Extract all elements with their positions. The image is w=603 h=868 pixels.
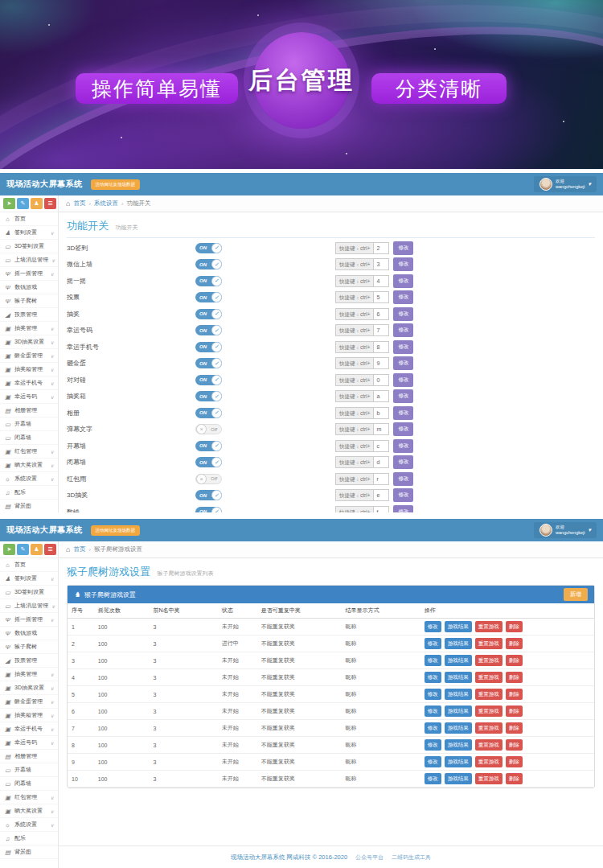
sidebar-item[interactable]: ▤ 相册管理 ∨ [0, 750, 58, 763]
shortcut-key-input[interactable] [374, 275, 389, 287]
modify-button[interactable]: 修改 [393, 356, 413, 370]
delete-button[interactable]: 删除 [506, 756, 523, 767]
sidebar-item[interactable]: ▣ 幸运号码 ∨ [0, 390, 58, 404]
modify-button[interactable]: 修改 [393, 422, 413, 436]
sidebar-item[interactable]: ▭ 上墙消息管理 ∨ [0, 253, 58, 267]
sidebar-item[interactable]: ▣ 幸运号码 ∨ [0, 736, 58, 750]
modify-button[interactable]: 修改 [393, 290, 413, 304]
reset-game-button[interactable]: 重置游戏 [475, 672, 503, 683]
game-result-button[interactable]: 游戏结果 [445, 621, 472, 632]
reset-game-button[interactable]: 重置游戏 [475, 621, 503, 632]
sidebar-item[interactable]: ▣ 红包管理 ∨ [0, 791, 58, 804]
modify-button[interactable]: 修改 [425, 739, 441, 751]
sidebar-item[interactable]: ☼ 系统设置 ∨ [0, 472, 58, 486]
modify-button[interactable]: 修改 [425, 621, 441, 632]
shortcut-key-input[interactable] [374, 407, 389, 419]
shortcut-key-input[interactable] [374, 341, 389, 353]
delete-button[interactable]: 删除 [506, 672, 523, 683]
user-menu[interactable]: 欢迎 wangchengkeji ▾ [534, 522, 597, 538]
sidebar-item[interactable]: Ψ 数钱游戏 ∨ [0, 281, 58, 294]
sidebar-item[interactable]: ▣ 抽奖管理 ∨ [0, 668, 58, 681]
sidebar-item[interactable]: ▭ 3D签到设置 ∨ [0, 586, 58, 599]
modify-button[interactable]: 修改 [393, 340, 413, 354]
shortcut-key-input[interactable] [374, 506, 389, 512]
modify-button[interactable]: 修改 [393, 323, 413, 337]
sidebar-item[interactable]: ◢ 投票管理 ∨ [0, 654, 58, 668]
breadcrumb-system-settings[interactable]: 系统设置 [94, 200, 118, 208]
modify-button[interactable]: 修改 [425, 722, 441, 734]
sidebar-item[interactable]: ♟ 签到设置 ∨ [0, 226, 58, 240]
reset-game-button[interactable]: 重置游戏 [475, 706, 503, 717]
sidebar-item[interactable]: ▣ 晒大奖设置 ∨ [0, 804, 58, 818]
toolbar-button[interactable]: ✎ [17, 198, 29, 209]
feature-toggle[interactable]: Off × [195, 474, 222, 484]
shortcut-key-input[interactable] [374, 489, 389, 501]
modify-button[interactable]: 修改 [393, 505, 413, 512]
delete-button[interactable]: 删除 [506, 689, 523, 700]
sidebar-item[interactable]: ▣ 幸运手机号 ∨ [0, 722, 58, 736]
feature-toggle[interactable]: ON ✓ [195, 259, 222, 269]
game-result-button[interactable]: 游戏结果 [445, 773, 472, 784]
sidebar-item[interactable]: ▤ 背景图 ∨ [0, 845, 58, 859]
add-button[interactable]: 新增 [564, 588, 588, 601]
modify-button[interactable]: 修改 [425, 756, 441, 767]
activity-data-button[interactable]: 活动网址及现场数据 [91, 179, 141, 190]
feature-toggle[interactable]: ON ✓ [195, 490, 222, 500]
modify-button[interactable]: 修改 [393, 488, 413, 502]
sidebar-item[interactable]: ☼ 系统设置 ∨ [0, 818, 58, 832]
reset-game-button[interactable]: 重置游戏 [475, 739, 503, 751]
game-result-button[interactable]: 游戏结果 [445, 739, 472, 751]
sidebar-item[interactable]: ⌂ 首页 ∨ [0, 558, 58, 572]
feature-toggle[interactable]: ON ✓ [195, 243, 222, 253]
game-result-button[interactable]: 游戏结果 [445, 756, 472, 767]
toolbar-button[interactable]: ☰ [44, 198, 56, 209]
shortcut-key-input[interactable] [374, 308, 389, 320]
modify-button[interactable]: 修改 [425, 638, 441, 649]
sidebar-item[interactable]: ▣ 砸金蛋管理 ∨ [0, 349, 58, 363]
reset-game-button[interactable]: 重置游戏 [475, 773, 503, 784]
sidebar-item[interactable]: ▭ 开幕墙 ∨ [0, 763, 58, 777]
delete-button[interactable]: 删除 [506, 722, 523, 734]
sidebar-item[interactable]: ▣ 抽奖箱管理 ∨ [0, 363, 58, 376]
toolbar-button[interactable]: ➤ [3, 544, 15, 555]
delete-button[interactable]: 删除 [506, 773, 523, 784]
sidebar-item[interactable]: ♟ 签到设置 ∨ [0, 572, 58, 586]
delete-button[interactable]: 删除 [506, 638, 523, 649]
modify-button[interactable]: 修改 [425, 689, 441, 700]
sidebar-item[interactable]: ▭ 闭幕墙 ∨ [0, 777, 58, 791]
modify-button[interactable]: 修改 [393, 373, 413, 387]
sidebar-item[interactable]: ♫ 配乐 ∨ [0, 486, 58, 500]
delete-button[interactable]: 删除 [506, 739, 523, 751]
shortcut-key-input[interactable] [374, 473, 389, 485]
modify-button[interactable]: 修改 [425, 655, 441, 666]
modify-button[interactable]: 修改 [393, 241, 413, 255]
modify-button[interactable]: 修改 [393, 439, 413, 453]
reset-game-button[interactable]: 重置游戏 [475, 638, 503, 649]
modify-button[interactable]: 修改 [425, 773, 441, 784]
sidebar-item[interactable]: ▣ 3D抽奖设置 ∨ [0, 335, 58, 349]
sidebar-item[interactable]: Ψ 猴子爬树 ∨ [0, 640, 58, 654]
feature-toggle[interactable]: ON ✓ [195, 292, 222, 302]
feature-toggle[interactable]: Off × [195, 424, 222, 434]
breadcrumb-home[interactable]: 首页 [73, 200, 85, 208]
shortcut-key-input[interactable] [374, 423, 389, 435]
modify-button[interactable]: 修改 [393, 257, 413, 271]
sidebar-item[interactable]: Ψ 摇一摇管理 ∨ [0, 613, 58, 627]
feature-toggle[interactable]: ON ✓ [195, 276, 222, 286]
sidebar-item[interactable]: ◢ 投票管理 ∨ [0, 308, 58, 322]
sidebar-item[interactable]: ♫ 配乐 ∨ [0, 832, 58, 845]
shortcut-key-input[interactable] [374, 242, 389, 254]
modify-button[interactable]: 修改 [393, 389, 413, 403]
sidebar-item[interactable]: ▣ 幸运手机号 ∨ [0, 376, 58, 390]
reset-game-button[interactable]: 重置游戏 [475, 722, 503, 734]
sidebar-item[interactable]: ▣ 晒大奖设置 ∨ [0, 459, 58, 472]
breadcrumb-home[interactable]: 首页 [73, 545, 85, 553]
shortcut-key-input[interactable] [374, 374, 389, 386]
modify-button[interactable]: 修改 [393, 455, 413, 469]
feature-toggle[interactable]: ON ✓ [195, 358, 222, 368]
toolbar-button[interactable]: ➤ [3, 198, 15, 209]
delete-button[interactable]: 删除 [506, 706, 523, 717]
feature-toggle[interactable]: ON ✓ [195, 309, 222, 319]
toolbar-button[interactable]: ♟ [31, 544, 43, 555]
modify-button[interactable]: 修改 [393, 274, 413, 288]
